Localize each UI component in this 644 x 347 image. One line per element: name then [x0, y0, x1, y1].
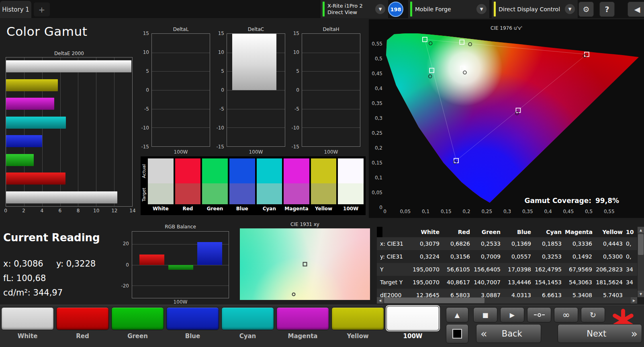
bar-green: [6, 154, 34, 166]
bar-group: [6, 57, 132, 206]
pattern-label: 100W: [403, 333, 423, 340]
pattern-button-magenta[interactable]: Magenta: [276, 307, 329, 340]
cell: 0,6826: [443, 240, 473, 247]
pattern-button-blue[interactable]: Blue: [166, 307, 219, 340]
axis-tick-label: 5: [296, 68, 299, 74]
actual-swatch: [175, 158, 201, 183]
axis-tick-label: -10: [291, 125, 299, 131]
single-measure-button[interactable]: [527, 307, 551, 322]
axis-tick-label: 0,35: [372, 101, 382, 106]
pattern-label: Cyan: [239, 333, 256, 340]
axis-tick-label: 0: [126, 262, 129, 268]
stop-icon: ■: [482, 311, 488, 319]
actual-swatch: [311, 158, 337, 183]
pattern-button-green[interactable]: Green: [111, 307, 164, 340]
current-reading-title: Current Reading: [3, 232, 100, 244]
scroll-left-arrow-icon[interactable]: ◀: [377, 297, 383, 304]
gridline: [132, 285, 229, 286]
pattern-button-white[interactable]: White: [1, 307, 54, 340]
display-chevron-down-icon[interactable]: ▼: [565, 4, 575, 14]
target-swatch: [311, 183, 337, 204]
axis-tick-label: -15: [141, 144, 149, 150]
axis-tick-label: -10: [141, 125, 149, 131]
back-label: Back: [487, 329, 537, 339]
cell: 34: [626, 279, 637, 285]
row-label: dE2000: [377, 292, 412, 297]
gridline: [227, 127, 285, 128]
pattern-window-toggle-button[interactable]: [446, 324, 468, 343]
pattern-button-100w[interactable]: 100W: [386, 307, 439, 340]
next-button[interactable]: Next »: [558, 324, 642, 343]
pattern-button-red[interactable]: Red: [56, 307, 109, 340]
table-vertical-scrollbar[interactable]: ▲ ▼: [638, 227, 644, 297]
axis-tick-label: 5: [146, 68, 149, 74]
pattern-button-cyan[interactable]: Cyan: [221, 307, 274, 340]
cell: 0,3156: [443, 253, 473, 260]
vertical-scroll-thumb[interactable]: [638, 234, 644, 255]
horizontal-scroll-thumb[interactable]: [384, 298, 485, 303]
gridline: [227, 109, 285, 109]
table-row: y: CIE310,32240,31560,70090,05570,32530,…: [377, 250, 637, 263]
top-bar: History 1 + X-Rite i1Pro 2 Direct View ▼…: [0, 0, 644, 18]
settings-button[interactable]: ⚙: [579, 2, 594, 17]
deltal-xlabel: 100W: [151, 149, 210, 155]
table-row: x: CIE310,30790,68260,25330,13690,18530,…: [377, 237, 637, 250]
row-label: Target Y: [377, 279, 412, 285]
continuous-measure-button[interactable]: ∞: [554, 307, 578, 322]
meter-selector[interactable]: X-Rite i1Pro 2 Direct View ▼: [321, 0, 388, 18]
meter-name: X-Rite i1Pro 2: [327, 3, 372, 9]
tab-history-1[interactable]: History 1: [0, 1, 31, 18]
back-button[interactable]: « Back: [476, 324, 541, 343]
target-swatch: [202, 183, 228, 204]
cell: 0,1369: [504, 240, 534, 247]
meter-status-indicator: [323, 2, 325, 16]
gamut-coverage: Gamut Coverage: 99,8%: [525, 197, 619, 205]
pattern-window-icon: [452, 329, 462, 339]
rgb-balance-xlabel: 100W: [132, 299, 229, 305]
page-title: Color Gamut: [6, 24, 87, 39]
cell: 195,0070: [412, 279, 443, 285]
next-chevron-icon: »: [631, 327, 638, 340]
table-horizontal-scrollbar[interactable]: ◀ ▶: [377, 297, 637, 304]
measured-marker: [292, 292, 296, 296]
help-icon: ?: [605, 5, 609, 14]
pattern-label: Green: [127, 333, 148, 340]
actual-target-swatch-panel: Actual Target WhiteRedGreenBlueCyanMagen…: [141, 156, 366, 215]
bar-yellow: [6, 79, 58, 91]
axis-tick-label: 0,05: [400, 209, 411, 214]
play-button[interactable]: ▶: [500, 307, 524, 322]
stop-button[interactable]: ■: [473, 307, 497, 322]
cell: 0,4443: [595, 240, 626, 247]
source-name: Mobile Forge: [415, 6, 474, 12]
pattern-bar: WhiteRedGreenBlueCyanMagentaYellow100W ▲…: [0, 305, 644, 347]
pattern-button-yellow[interactable]: Yellow: [331, 307, 384, 340]
display-control-selector[interactable]: Direct Display Control ▼: [492, 0, 578, 18]
swatch-target-label: Target: [141, 185, 147, 205]
scroll-down-arrow-icon[interactable]: ▼: [638, 291, 644, 297]
pattern-window-up-button[interactable]: ▲: [446, 307, 468, 322]
axis-tick-label: 0,45: [372, 71, 382, 76]
rgb-balance-chart-title: RGB Balance: [132, 224, 229, 230]
bar-100w: [232, 34, 276, 90]
scroll-right-arrow-icon[interactable]: ▶: [631, 297, 637, 304]
source-selector[interactable]: Mobile Forge ▼: [408, 0, 489, 18]
cie1976-xaxis: 00,050,10,150,20,250,30,350,40,450,50,55: [385, 209, 644, 215]
add-tab-button[interactable]: +: [34, 2, 50, 16]
swatch-column-100w: 100W: [338, 158, 364, 213]
axis-tick-label: 15: [143, 31, 149, 36]
collapse-panel-button[interactable]: ◀: [628, 2, 644, 17]
pattern-swatch: [221, 307, 274, 330]
scroll-up-arrow-icon[interactable]: ▲: [638, 227, 644, 233]
axis-tick-label: 0,25: [372, 130, 382, 136]
row-label: Y: [377, 266, 412, 273]
meter-chevron-down-icon[interactable]: ▼: [375, 4, 385, 14]
loop-button[interactable]: ↻: [581, 307, 605, 322]
cie1931-chart-title: CIE 1931 xy: [240, 222, 370, 227]
axis-tick-label: 0: [221, 87, 224, 93]
axis-tick-label: 0,1: [422, 209, 429, 214]
help-button[interactable]: ?: [599, 2, 615, 17]
cie-chromaticity-diagram: [385, 22, 644, 208]
swatch-label: Cyan: [257, 204, 282, 213]
source-chevron-down-icon[interactable]: ▼: [476, 4, 487, 14]
swatch-column-blue: Blue: [229, 158, 255, 213]
